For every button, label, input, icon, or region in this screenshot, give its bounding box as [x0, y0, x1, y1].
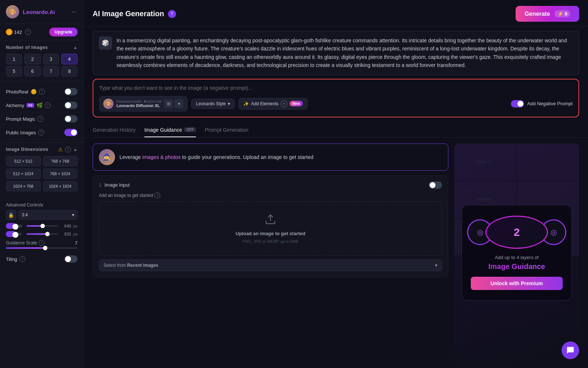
- tiling-toggle[interactable]: [64, 255, 78, 263]
- dim-btn-768x768[interactable]: 768 × 768: [43, 156, 78, 166]
- advanced-controls-section: Advanced Controls 🔒 3:4 ▾ W 640 px H: [0, 197, 83, 269]
- alchemy-info-icon[interactable]: ?: [45, 102, 51, 108]
- width-slider-thumb[interactable]: [40, 224, 45, 228]
- tab-generation-history[interactable]: Generation History: [93, 123, 136, 137]
- photoreal-info-icon[interactable]: ?: [39, 89, 45, 95]
- main-content: AI Image Generation ? Generate ⚡ 8 🎲 In …: [84, 0, 588, 368]
- tab-image-guidance[interactable]: Image Guidance OFF: [144, 123, 196, 137]
- dim-btn-512x1024[interactable]: 512 × 1024: [6, 169, 41, 179]
- alchemy-label: Alchemy V2 🌿 ?: [6, 102, 51, 108]
- negative-prompt-container: 🎨 Finetuned Model ✚1024×768 Leonardo Dif…: [93, 79, 579, 117]
- style-label: Leonardo Style: [196, 101, 226, 106]
- num-btn-2[interactable]: 2: [24, 54, 40, 64]
- num-btn-5[interactable]: 5: [6, 66, 22, 77]
- premium-title: Add up to 4 layers of: [471, 255, 563, 260]
- tiling-info-icon[interactable]: ?: [19, 256, 25, 262]
- blurred-item-1: Image In...: [454, 144, 516, 180]
- new-badge: New: [290, 101, 303, 106]
- num-btn-1[interactable]: 1: [6, 54, 22, 64]
- alchemy-toggle[interactable]: [64, 102, 78, 109]
- image-dimensions-section: Image Dimensions ⚠ ? ▲ 512 × 512 768 × 7…: [0, 142, 83, 197]
- dim-btn-768x1024[interactable]: 768 × 1024: [43, 169, 78, 179]
- image-dimensions-info-icon[interactable]: ?: [65, 146, 71, 152]
- collapse-sidebar-button[interactable]: ←: [71, 8, 78, 16]
- guidance-scale-thumb[interactable]: [43, 246, 47, 250]
- num-btn-8[interactable]: 8: [61, 66, 78, 77]
- negative-prompt-input[interactable]: [99, 85, 573, 91]
- num-images-section: Number of Images ▲ 1 2 3 4 5 6 7 8: [0, 40, 83, 81]
- public-images-toggle[interactable]: [64, 129, 78, 136]
- tiling-label: Tiling ?: [6, 256, 25, 262]
- aspect-ratio-select[interactable]: 3:4 ▾: [18, 210, 78, 220]
- prompt-magic-label: Prompt Magic ?: [6, 116, 43, 122]
- width-toggle[interactable]: [6, 223, 16, 229]
- recent-images-select[interactable]: Select from Recent Images ▾: [99, 259, 442, 271]
- dim-btn-1024x768[interactable]: 1024 × 768: [6, 181, 41, 191]
- negative-prompt-toggle-row: Add Negative Prompt: [511, 100, 573, 107]
- add-elements-button[interactable]: ✨ Add Elements ＋ New: [239, 98, 308, 110]
- prompt-magic-info-icon[interactable]: ?: [37, 116, 43, 122]
- alchemy-text: Alchemy: [6, 103, 24, 108]
- logo-area: 🎨 Leonardo.Ai: [6, 5, 55, 18]
- model-size: ✚1024×768: [144, 100, 161, 103]
- unlock-premium-button[interactable]: Unlock with Premium: [471, 277, 563, 290]
- generate-cost-badge: ⚡ 8: [555, 10, 570, 17]
- num-images-chevron-icon: ▲: [73, 45, 78, 50]
- lock-icon[interactable]: 🔒: [6, 210, 16, 220]
- tab-img-guidance-label: Image Guidance: [144, 127, 182, 133]
- style-selector[interactable]: Leonardo Style ▾: [191, 99, 235, 109]
- width-value: 640: [61, 224, 71, 228]
- tab-prompt-generation[interactable]: Prompt Generation: [205, 123, 248, 137]
- width-slider[interactable]: [26, 225, 58, 227]
- page-help-icon[interactable]: ?: [168, 10, 176, 18]
- num-btn-7[interactable]: 7: [43, 66, 59, 77]
- guidance-scale-info-icon[interactable]: ?: [39, 240, 44, 246]
- style-chevron-icon: ▾: [228, 101, 230, 106]
- model-action-copy-button[interactable]: ⊞: [164, 99, 173, 108]
- num-btn-3[interactable]: 3: [43, 54, 59, 64]
- guidance-scale-fill: [6, 247, 45, 249]
- add-image-text: Add an image to get started: [99, 193, 153, 198]
- upgrade-button[interactable]: Upgrade: [49, 28, 78, 36]
- add-image-info-icon[interactable]: ?: [154, 192, 160, 198]
- num-images-title: Number of Images: [6, 45, 48, 50]
- negative-prompt-toggle[interactable]: [511, 100, 524, 107]
- adv-controls-label: Advanced Controls: [6, 202, 78, 208]
- model-selector[interactable]: 🎨 Finetuned Model ✚1024×768 Leonardo Dif…: [99, 96, 187, 112]
- height-slider-thumb[interactable]: [45, 232, 50, 236]
- logo-text: Leonardo.Ai: [23, 9, 55, 15]
- main-header: AI Image Generation ? Generate ⚡ 8: [84, 0, 588, 26]
- model-action-chevron-button[interactable]: ▾: [175, 99, 183, 108]
- public-images-info-icon[interactable]: ?: [38, 130, 44, 135]
- chat-support-button[interactable]: [562, 342, 579, 359]
- prompt-magic-toggle[interactable]: [64, 115, 78, 123]
- credits-info-icon[interactable]: ?: [25, 29, 31, 35]
- height-toggle[interactable]: [6, 231, 16, 237]
- public-images-toggle-row: Public Images ?: [6, 126, 78, 139]
- dim-btn-1024x1024[interactable]: 1024 × 1024: [43, 181, 78, 191]
- lightning-icon: ⚡: [557, 11, 563, 17]
- logo-text-accent: Ai: [50, 9, 55, 15]
- add-image-label: Add an image to get started ?: [99, 192, 442, 198]
- generate-label: Generate: [524, 11, 550, 17]
- dim-btn-512x512[interactable]: 512 × 512: [6, 156, 41, 166]
- guidance-banner-link[interactable]: images & photos: [142, 154, 180, 160]
- model-tag-text: Finetuned Model: [116, 100, 141, 103]
- num-btn-4[interactable]: 4: [61, 54, 78, 64]
- public-images-text: Public Images: [6, 130, 36, 135]
- num-btn-6[interactable]: 6: [24, 66, 40, 77]
- alchemy-toggle-row: Alchemy V2 🌿 ?: [6, 99, 78, 112]
- tab-off-badge: OFF: [184, 127, 196, 132]
- photoreal-toggle[interactable]: [64, 88, 78, 95]
- upload-area[interactable]: Upload an image to get started PNG, JPG …: [99, 201, 442, 256]
- upload-title: Upload an image to get started: [236, 231, 305, 236]
- main-prompt-text: In a mesmerizing digital painting, an en…: [116, 36, 573, 70]
- generate-button[interactable]: Generate ⚡ 8: [516, 6, 579, 22]
- guidance-scale-slider[interactable]: [6, 247, 78, 249]
- main-prompt-box[interactable]: 🎲 In a mesmerizing digital painting, an …: [93, 31, 579, 75]
- image-input-toggle[interactable]: [429, 181, 442, 189]
- premium-feature: Image Guidance: [471, 262, 563, 271]
- height-slider[interactable]: [26, 233, 58, 235]
- credits-count-value: 142: [14, 29, 22, 35]
- sidebar: 🎨 Leonardo.Ai ← ⚡ 142 ? Upgrade Number o…: [0, 0, 84, 368]
